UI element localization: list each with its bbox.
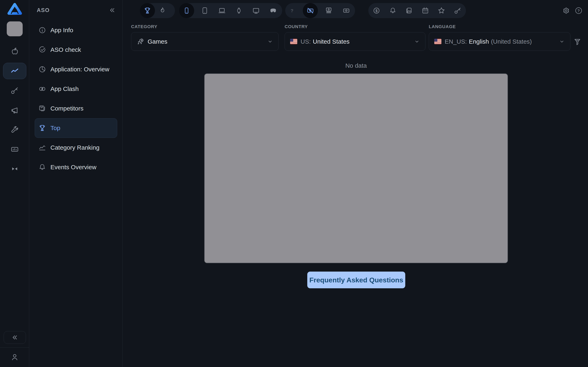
filters-row: CATEGORY Games COUNTRY US: United States bbox=[122, 0, 588, 57]
check-circle-icon bbox=[38, 46, 46, 54]
content-placeholder bbox=[204, 73, 508, 263]
chevron-down-icon bbox=[559, 39, 565, 45]
aso-sidebar: ASO App Info ASO check bbox=[29, 0, 122, 367]
sidebar-title: ASO bbox=[37, 7, 50, 13]
info-icon bbox=[38, 26, 46, 34]
country-code: US: bbox=[301, 38, 311, 45]
stacked-cards-icon bbox=[38, 104, 46, 113]
person-icon bbox=[10, 353, 19, 361]
line-chart-icon bbox=[38, 143, 46, 152]
sidebar-item-label: Top bbox=[51, 125, 60, 132]
sidebar-item-top[interactable]: Top bbox=[35, 118, 117, 138]
country-filter: COUNTRY US: United States bbox=[285, 24, 425, 51]
language-code: EN_US: bbox=[445, 38, 467, 45]
category-filter: CATEGORY Games bbox=[131, 24, 279, 51]
us-flag-icon bbox=[434, 39, 441, 44]
rocket-icon bbox=[137, 38, 144, 45]
funnel-icon bbox=[573, 38, 582, 46]
language-select[interactable]: EN_US: English (United States) bbox=[429, 32, 571, 51]
language-label: LANGUAGE bbox=[429, 24, 571, 29]
pie-chart-icon bbox=[38, 65, 46, 73]
sidebar-item-events-overview[interactable]: Events Overview bbox=[35, 157, 117, 177]
icon-rail bbox=[0, 0, 29, 367]
sidebar-item-aso-check[interactable]: ASO check bbox=[35, 40, 117, 59]
wrench-icon[interactable] bbox=[0, 120, 29, 140]
language-value: English bbox=[469, 38, 489, 45]
chevron-down-icon bbox=[267, 39, 273, 45]
country-select[interactable]: US: United States bbox=[285, 32, 425, 51]
us-flag-icon bbox=[290, 39, 297, 44]
collapse-panel-button[interactable] bbox=[108, 6, 116, 14]
clash-rings-icon bbox=[38, 85, 46, 93]
bar-chart-panel-icon[interactable] bbox=[0, 140, 29, 159]
sidebar-item-label: ASO check bbox=[51, 46, 81, 53]
trend-zigzag-icon bbox=[11, 69, 18, 72]
bell-icon bbox=[38, 163, 46, 171]
aso-sidebar-header: ASO bbox=[29, 0, 122, 20]
analytics-nav-active[interactable] bbox=[0, 61, 29, 81]
language-suffix: (United States) bbox=[491, 38, 532, 45]
sidebar-item-label: Competitors bbox=[51, 105, 84, 112]
versus-icon[interactable] bbox=[0, 159, 29, 179]
sidebar-item-label: Category Ranking bbox=[51, 144, 99, 151]
language-filter: LANGUAGE EN_US: English (United States) bbox=[429, 24, 571, 51]
category-value: Games bbox=[148, 38, 167, 45]
double-chevron-left-icon bbox=[11, 333, 19, 342]
user-account-button[interactable] bbox=[0, 349, 29, 365]
app-thumbnail-placeholder[interactable] bbox=[7, 21, 23, 36]
sidebar-item-app-clash[interactable]: App Clash bbox=[35, 79, 117, 99]
megaphone-icon[interactable] bbox=[0, 100, 29, 120]
advanced-filter-button[interactable] bbox=[572, 37, 582, 47]
sidebar-item-label: Application: Overview bbox=[51, 66, 109, 73]
sidebar-item-label: App Info bbox=[51, 27, 73, 34]
aso-menu: App Info ASO check Application: Overview… bbox=[35, 20, 117, 177]
sidebar-item-application-overview[interactable]: Application: Overview bbox=[35, 59, 117, 79]
sidebar-item-label: Events Overview bbox=[51, 164, 96, 171]
apple-store-icon[interactable] bbox=[0, 42, 29, 61]
sidebar-item-category-ranking[interactable]: Category Ranking bbox=[35, 138, 117, 157]
chevron-down-icon bbox=[414, 39, 420, 45]
keywords-icon[interactable] bbox=[0, 81, 29, 100]
category-label: CATEGORY bbox=[131, 24, 279, 29]
double-chevron-left-icon bbox=[108, 6, 116, 14]
sidebar-item-competitors[interactable]: Competitors bbox=[35, 99, 117, 118]
collapse-rail-button[interactable] bbox=[4, 331, 26, 344]
category-select[interactable]: Games bbox=[131, 32, 279, 51]
no-data-message: No data bbox=[204, 62, 508, 69]
rail-divider bbox=[0, 347, 29, 348]
sidebar-item-label: App Clash bbox=[51, 85, 79, 92]
country-label: COUNTRY bbox=[285, 24, 425, 29]
app-logo[interactable] bbox=[7, 3, 23, 15]
sidebar-item-app-info[interactable]: App Info bbox=[35, 20, 117, 40]
trophy-icon bbox=[38, 124, 46, 132]
country-value: United States bbox=[313, 38, 350, 45]
faq-button[interactable]: Frequently Asked Questions bbox=[307, 272, 405, 288]
